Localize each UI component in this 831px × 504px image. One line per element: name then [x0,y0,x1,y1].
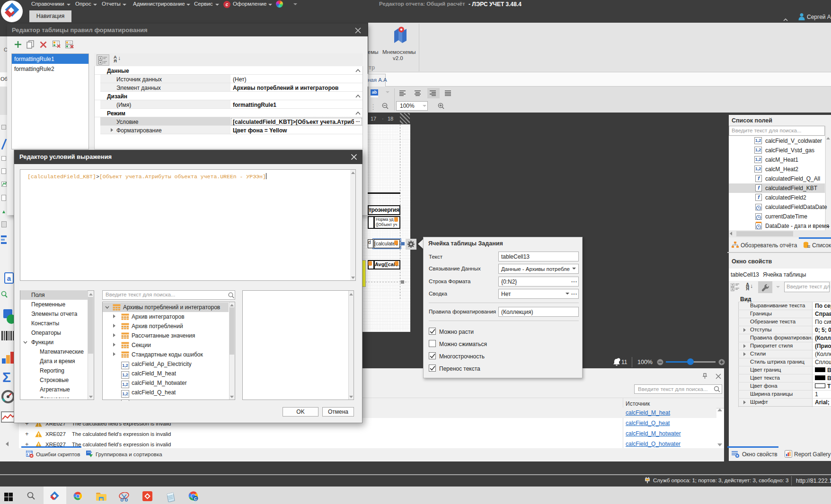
svg-text:C: C [194,496,197,501]
